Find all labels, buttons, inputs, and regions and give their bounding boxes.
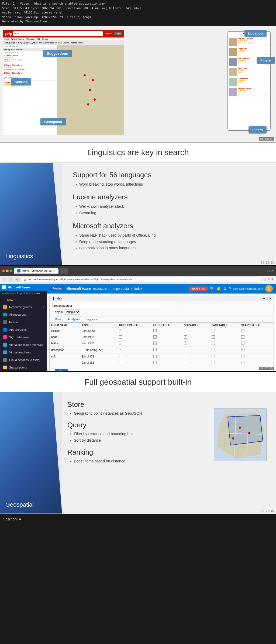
window-restore-icon[interactable]: □: [268, 269, 270, 273]
cb-srch-desc[interactable]: [241, 348, 244, 351]
cb-ret-listingId[interactable]: [119, 329, 122, 332]
cb-ret-desc[interactable]: [119, 348, 122, 351]
field-type-select-description[interactable]: Edm.String: [82, 348, 103, 352]
cb-facet-listingId[interactable]: [212, 329, 215, 332]
yelp-login-btn[interactable]: Log In: [114, 32, 122, 35]
cb-facet-beds[interactable]: [212, 335, 215, 339]
map-pin-1: [84, 74, 86, 76]
callout-filters-right: Filters: [257, 57, 275, 64]
cb-ret-baths[interactable]: [119, 342, 122, 345]
sidebar-item-new[interactable]: + New: [0, 296, 47, 303]
cb-sort-extra[interactable]: [184, 361, 187, 364]
cb-facet-sqft[interactable]: [212, 355, 215, 358]
cb-sort-baths[interactable]: [184, 342, 187, 345]
phone-result-img-2: [229, 48, 237, 56]
address-bar[interactable]: 🔒 ms.portal.azure.com/#flight=1&flight.r…: [21, 277, 261, 282]
svg-point-15: [248, 432, 250, 434]
table-row: description Edm.String: [50, 346, 274, 353]
cb-ret-extra[interactable]: [119, 361, 122, 364]
sidebar-item-vm-classic[interactable]: Virtual machines (classic): [0, 341, 47, 349]
sidebar-item-subscriptions[interactable]: Subscriptions: [0, 364, 47, 371]
cb-srch-listingId[interactable]: [241, 329, 244, 332]
sidebar-item-vm[interactable]: Virtual machines: [0, 349, 47, 356]
thumbnail-1-content: yelp tacos Sign Up Log In Home Write a R…: [0, 26, 276, 142]
linguistics-section3-heading: Microsoft analyzers: [73, 222, 265, 230]
tab-close-icon[interactable]: ✕: [53, 270, 55, 272]
breadcrumb-realestate[interactable]: realestate: [2, 292, 14, 295]
browser-tab-active[interactable]: Index - Microsoft Azure ✕: [14, 268, 58, 274]
extensions-icon[interactable]: ≡: [268, 277, 270, 282]
user-avatar[interactable]: llamca@microsoft.com: [233, 287, 263, 290]
cb-filt-extra[interactable]: [153, 361, 157, 364]
cb-srch-baths[interactable]: [241, 342, 244, 345]
cb-sort-desc[interactable]: [184, 348, 187, 351]
map-pin-2: [89, 89, 91, 91]
key-dropdown[interactable]: listingId: [64, 309, 80, 315]
cb-sort-sqft[interactable]: [184, 355, 187, 358]
cb-facet-baths[interactable]: [212, 342, 215, 345]
cb-facet-extra[interactable]: [212, 361, 215, 364]
cb-filt-desc[interactable]: [153, 348, 157, 351]
window-minimize-icon[interactable]: ─: [264, 269, 266, 273]
close-btn[interactable]: [2, 270, 5, 272]
geo-map-col: [214, 400, 268, 506]
sidebar-item-app-services[interactable]: App Services: [0, 326, 47, 333]
refresh-button[interactable]: ↺: [15, 277, 20, 282]
sidebar-item-cloud-services[interactable]: Cloud services (classic): [0, 356, 47, 364]
field-type-sqft: Edm.Int32: [80, 353, 118, 360]
cb-filt-beds[interactable]: [153, 335, 157, 339]
sidebar-item-recent[interactable]: Recent: [0, 318, 47, 326]
tab-suggester[interactable]: Suggester: [83, 316, 102, 322]
sidebar-item-all-resources[interactable]: All resources: [0, 311, 47, 318]
cb-filt-sqft[interactable]: [153, 355, 157, 358]
cb-sort-beds[interactable]: [184, 335, 187, 339]
col-type: TYPE: [80, 323, 118, 328]
svg-point-16: [232, 437, 234, 439]
report-bug-button[interactable]: report a bug: [189, 287, 208, 291]
back-button[interactable]: ←: [2, 277, 7, 282]
maximize-btn[interactable]: [10, 270, 12, 272]
notifications-icon[interactable]: 🔔: [216, 287, 221, 291]
bookmark-icon[interactable]: ☆: [263, 277, 267, 282]
cb-filt-listingId[interactable]: [153, 329, 157, 332]
col-retrievable: RETRIEVABLE: [118, 323, 152, 328]
settings-icon[interactable]: ⋮: [271, 277, 274, 282]
map-pin-3: [94, 98, 96, 101]
key-asterisk: *: [52, 310, 53, 314]
linguistics-section1-list: Word breaking, stop words, inflections: [73, 181, 265, 188]
subscriptions-icon: [3, 366, 7, 369]
browser-tab-new[interactable]: +: [60, 268, 68, 274]
sidebar-item-sql-databases[interactable]: SQL databases: [0, 333, 47, 341]
cb-srch-beds[interactable]: [241, 335, 244, 339]
user-profile-icon[interactable]: L: [265, 285, 273, 292]
realestate-link[interactable]: realestate: [93, 287, 107, 291]
help-icon[interactable]: ?: [229, 287, 231, 291]
map-pin-4: [87, 103, 89, 105]
geo-section2-list: Filter by distance and bounding box Sort…: [67, 431, 209, 444]
cb-sort-listingId[interactable]: [184, 329, 187, 332]
cb-facet-desc[interactable]: [212, 348, 215, 351]
index-link[interactable]: Index: [134, 287, 142, 291]
cb-filt-baths[interactable]: [153, 342, 157, 345]
ok-button[interactable]: OK: [55, 369, 68, 371]
forward-button[interactable]: →: [8, 277, 13, 282]
tab-analyzer[interactable]: Analyzer: [65, 316, 83, 322]
cb-ret-sqft[interactable]: [119, 355, 122, 358]
cb-srch-extra[interactable]: [241, 361, 244, 364]
inner-close[interactable]: ✕: [269, 297, 271, 300]
import-data-link[interactable]: Import data: [113, 287, 129, 291]
tab-basic[interactable]: Basic: [52, 316, 65, 322]
settings-icon-header[interactable]: ⚙: [223, 287, 227, 291]
yelp-signup-btn[interactable]: Sign Up: [104, 32, 113, 35]
minimize-btn[interactable]: [6, 270, 9, 272]
cb-srch-sqft[interactable]: [241, 355, 244, 358]
inner-maximize[interactable]: □: [266, 297, 268, 300]
cb-ret-beds[interactable]: [119, 335, 122, 339]
linguistics-bullet-2-2: Stemming: [75, 210, 265, 216]
inner-minimize[interactable]: ─: [263, 297, 265, 300]
search-icon-header[interactable]: 🔍: [210, 287, 214, 291]
sidebar-item-resource-groups[interactable]: Resource groups ›: [0, 303, 47, 311]
window-close-icon[interactable]: ✕: [271, 269, 274, 273]
index-tabs: Basic Analyzer Suggester: [50, 316, 274, 323]
breadcrumb-import-data[interactable]: Import data: [17, 292, 31, 295]
